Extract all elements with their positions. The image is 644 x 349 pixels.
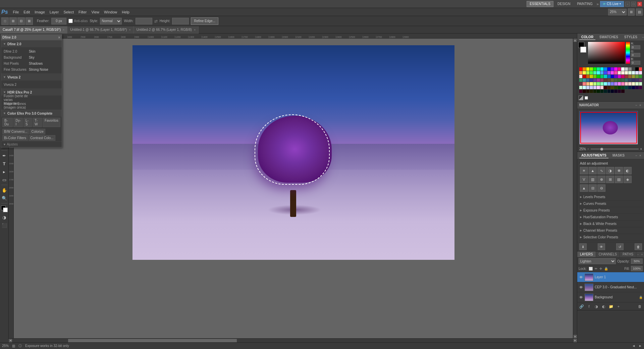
menu-filter[interactable]: Filter bbox=[76, 8, 89, 16]
tab-untitled2-close[interactable]: × bbox=[194, 28, 196, 32]
swatch-cell[interactable] bbox=[579, 67, 582, 71]
adj-preset-item[interactable]: ▶Exposure Presets bbox=[579, 207, 643, 214]
swatch-cell[interactable] bbox=[621, 75, 624, 78]
delete-layer-btn[interactable]: 🗑 bbox=[637, 304, 643, 309]
tab-casa[interactable]: CasaR 7.tif @ 25% (Layer 1, RGB/16*) × bbox=[0, 26, 67, 34]
swatch-cell[interactable] bbox=[586, 90, 589, 93]
swatch-cell[interactable] bbox=[635, 82, 638, 85]
styles-tab[interactable]: STYLES bbox=[622, 35, 639, 40]
swatch-cell[interactable] bbox=[597, 71, 600, 74]
swatch-cell[interactable] bbox=[607, 82, 610, 85]
swatch-cell[interactable] bbox=[604, 90, 607, 93]
swatch-cell[interactable] bbox=[604, 75, 607, 78]
painting-button[interactable]: PAINTING bbox=[574, 1, 595, 6]
swatch-cell[interactable] bbox=[611, 90, 614, 93]
swatch-cell[interactable] bbox=[614, 82, 617, 85]
swatch-cell[interactable] bbox=[628, 86, 631, 89]
masks-tab[interactable]: MASKS bbox=[610, 153, 627, 158]
swatch-cell[interactable] bbox=[614, 71, 617, 74]
swatch-cell[interactable] bbox=[600, 75, 603, 78]
swatch-cell[interactable] bbox=[635, 75, 638, 78]
adj-preset-item[interactable]: ▶Channel Mixer Presets bbox=[579, 227, 643, 234]
swatch-cell[interactable] bbox=[625, 75, 628, 78]
menu-file[interactable]: File bbox=[11, 8, 21, 16]
swap-colors-icon[interactable] bbox=[585, 96, 588, 100]
adj-posterize-icon[interactable]: ⊟ bbox=[589, 184, 597, 192]
refine-edge-button[interactable]: Refine Edge... bbox=[191, 17, 218, 25]
swatch-cell[interactable] bbox=[614, 75, 617, 78]
swatch-cell[interactable] bbox=[600, 71, 603, 74]
adj-preset-item[interactable]: ▶Hue/Saturation Presets bbox=[579, 214, 643, 221]
swatch-cell[interactable] bbox=[628, 82, 631, 85]
design-button[interactable]: DESIGN bbox=[555, 1, 573, 6]
menu-image[interactable]: Image bbox=[32, 8, 47, 16]
color-efex-tab[interactable]: Favoritos bbox=[43, 118, 60, 127]
swatch-cell[interactable] bbox=[586, 82, 589, 85]
layer-visibility-icon[interactable]: 👁 bbox=[579, 275, 583, 280]
swatch-cell[interactable] bbox=[590, 75, 593, 78]
swatch-cell[interactable] bbox=[583, 75, 586, 78]
layers-panel-expand[interactable]: − bbox=[636, 253, 640, 256]
status-info-icon[interactable]: ⓘ bbox=[18, 344, 22, 348]
zoom-slider[interactable] bbox=[591, 149, 639, 150]
color-efex-tab[interactable]: Dy-I bbox=[13, 118, 23, 127]
swatch-cell[interactable] bbox=[614, 90, 617, 93]
color-b-input[interactable] bbox=[631, 61, 640, 65]
layers-panel-close[interactable]: × bbox=[640, 253, 644, 256]
swatch-cell[interactable] bbox=[583, 90, 586, 93]
swatch-cell[interactable] bbox=[607, 67, 610, 71]
swatch-cell[interactable] bbox=[597, 75, 600, 78]
swatch-cell[interactable] bbox=[597, 90, 600, 93]
swatch-cell[interactable] bbox=[611, 78, 614, 82]
swatch-cell[interactable] bbox=[625, 78, 628, 82]
swatch-cell[interactable] bbox=[618, 71, 621, 74]
tab-untitled1[interactable]: Untitled-1 @ 66.7% (Layer 1, RGB/8*) × bbox=[67, 26, 133, 34]
hue-slider[interactable] bbox=[626, 42, 630, 64]
swatch-cell[interactable] bbox=[639, 86, 642, 89]
link-layers-btn[interactable]: 🔗 bbox=[579, 304, 585, 309]
new-layer-btn[interactable]: + bbox=[615, 304, 622, 309]
swatch-cell[interactable] bbox=[583, 86, 586, 89]
swatch-cell[interactable] bbox=[618, 75, 621, 78]
right-panel-scroll[interactable]: COLOR SWATCHES STYLES − × bbox=[577, 34, 644, 342]
viveza-section-header[interactable]: ▼ Viveza 2 bbox=[1, 74, 62, 80]
swatch-cell[interactable] bbox=[632, 86, 635, 89]
swatch-cell[interactable] bbox=[593, 90, 596, 93]
layer-row[interactable]: 👁Background🔒 bbox=[577, 292, 644, 302]
swatch-cell[interactable] bbox=[590, 67, 593, 71]
background-color-chip[interactable] bbox=[580, 47, 586, 53]
feather-input[interactable] bbox=[51, 18, 66, 24]
swatch-cell[interactable] bbox=[611, 67, 614, 71]
swatch-cell[interactable] bbox=[583, 78, 586, 82]
swatch-cell[interactable] bbox=[597, 78, 600, 82]
adj-delete-btn[interactable]: 🗑 bbox=[635, 243, 642, 250]
lock-transparent-btn[interactable]: ⬜ bbox=[589, 267, 593, 271]
swatch-cell[interactable] bbox=[625, 86, 628, 89]
swatch-cell[interactable] bbox=[611, 86, 614, 89]
zoom-out-icon[interactable]: − bbox=[587, 147, 589, 151]
navigator-preview-image[interactable] bbox=[579, 111, 638, 144]
swatch-cell[interactable] bbox=[618, 90, 621, 93]
intersect-selection-btn[interactable]: ⊠ bbox=[25, 17, 33, 25]
swatch-cell[interactable] bbox=[583, 71, 586, 74]
swatch-cell[interactable] bbox=[586, 75, 589, 78]
screen-mode-btn[interactable]: ▤ bbox=[636, 8, 643, 16]
swatch-cell[interactable] bbox=[600, 78, 603, 82]
adj-curves-icon[interactable]: ∿ bbox=[597, 167, 605, 174]
horizontal-scrollbar[interactable]: ◄ ► bbox=[9, 338, 577, 342]
swatch-cell[interactable] bbox=[586, 67, 589, 71]
swatch-cell[interactable] bbox=[597, 67, 600, 71]
color-gradient-field[interactable] bbox=[588, 42, 625, 64]
layers-tab[interactable]: LAYERS bbox=[577, 251, 596, 257]
adj-hue-icon[interactable]: ◐ bbox=[624, 167, 632, 174]
zoom-slider-thumb[interactable] bbox=[600, 148, 603, 151]
adjustments-close[interactable]: × bbox=[639, 154, 642, 157]
float-panel-close-btn[interactable]: × bbox=[58, 35, 60, 40]
swatch-cell[interactable] bbox=[607, 86, 610, 89]
swatch-cell[interactable] bbox=[614, 67, 617, 71]
blend-mode-select[interactable]: Lighten Normal Multiply Screen Overlay bbox=[579, 258, 616, 264]
menu-select[interactable]: Select bbox=[61, 8, 76, 16]
swatch-cell[interactable] bbox=[611, 71, 614, 74]
swatch-cell[interactable] bbox=[583, 82, 586, 85]
layer-visibility-icon[interactable]: 👁 bbox=[579, 295, 583, 300]
